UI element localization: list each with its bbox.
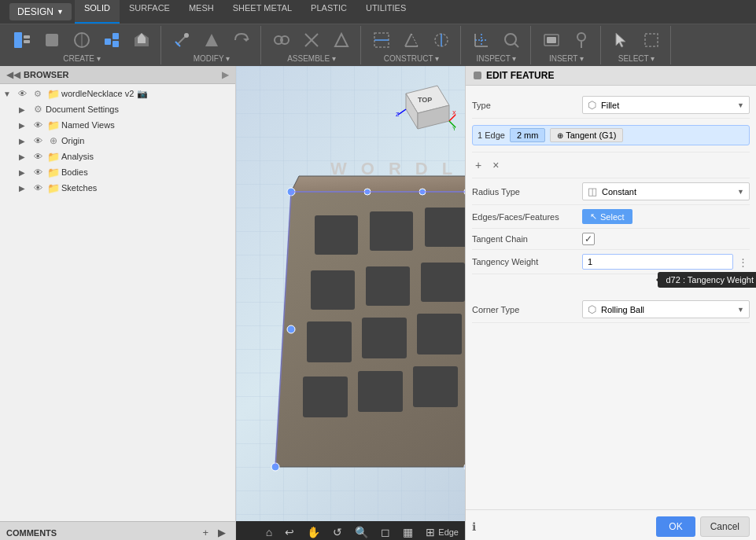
- form-row-radius: Radius Type ◫ Constant ▼: [472, 178, 750, 205]
- edges-label: Edges/Faces/Features: [472, 212, 582, 222]
- tree-arrow-origin: ▶: [19, 137, 30, 145]
- eye-icon-views[interactable]: 👁: [31, 119, 44, 131]
- bottom-tool-home[interactable]: ⌂: [263, 524, 275, 540]
- radius-type-label: Radius Type: [472, 187, 582, 197]
- remove-row-button[interactable]: ×: [489, 157, 502, 173]
- create-btn-3[interactable]: [68, 28, 96, 53]
- bottom-tool-undo[interactable]: ↩: [282, 524, 297, 540]
- create-btn-5[interactable]: [127, 28, 156, 53]
- tree-item-origin[interactable]: ▶ 👁 ⊕ Origin: [0, 133, 235, 149]
- bottom-tools: ⌂ ↩ ✋ ↺ 🔍 ◻ ▦ ⊞: [263, 524, 438, 540]
- comments-add-button[interactable]: +: [199, 525, 212, 540]
- select-btn-2[interactable]: [637, 28, 666, 53]
- tangent-chip[interactable]: ⊕ Tangent (G1): [550, 128, 623, 142]
- tab-mesh[interactable]: MESH: [179, 0, 223, 24]
- tree-arrow-doc: ▶: [19, 105, 30, 114]
- browser-expand-icon[interactable]: ▶: [222, 69, 229, 80]
- toolbar-main: CREATE ▾: [0, 24, 756, 66]
- svg-rect-53: [362, 318, 407, 358]
- edge-chip: 1 Edge: [478, 130, 505, 140]
- ok-button[interactable]: OK: [656, 516, 695, 537]
- eye-icon-sketches[interactable]: 👁: [31, 182, 44, 194]
- svg-rect-2: [24, 40, 30, 43]
- edge-status-label: Edge: [438, 527, 459, 537]
- eye-icon-analysis[interactable]: 👁: [31, 150, 44, 163]
- tree-label-doc-settings: Document Settings: [46, 105, 119, 114]
- tree-item-bodies[interactable]: ▶ 👁 📁 Bodies: [0, 164, 235, 180]
- insert-btn-2[interactable]: [567, 28, 596, 53]
- tab-surface[interactable]: SURFACE: [120, 0, 179, 24]
- tab-plastic[interactable]: PLASTIC: [301, 0, 356, 24]
- panel-header: EDIT FEATURE: [466, 66, 756, 86]
- construct-btn-3[interactable]: [427, 28, 455, 53]
- insert-btn-1[interactable]: [537, 28, 566, 53]
- browser-title: BROWSER: [24, 70, 68, 79]
- construct-icon-1: [371, 29, 393, 51]
- info-button[interactable]: ℹ: [472, 520, 476, 533]
- tab-solid[interactable]: SOLID: [75, 0, 120, 24]
- eye-icon-root[interactable]: 👁: [16, 87, 28, 100]
- eye-icon-origin[interactable]: 👁: [31, 134, 44, 147]
- tree-item-sketches[interactable]: ▶ 👁 📁 Sketches: [0, 180, 235, 196]
- create-btn-1[interactable]: [8, 28, 36, 53]
- toolbar-group-inspect: INSPECT ▾: [463, 26, 531, 64]
- corner-type-select[interactable]: ⬡ Rolling Ball ▼: [582, 300, 750, 318]
- fillet-icon: ⬡: [588, 99, 596, 111]
- tree-item-analysis[interactable]: ▶ 👁 📁 Analysis: [0, 149, 235, 164]
- nav-cube[interactable]: TOP X Y Z: [394, 74, 457, 137]
- nav-cube-svg: TOP X Y Z: [394, 74, 457, 137]
- add-row-button[interactable]: +: [472, 157, 485, 173]
- assemble-btn-2[interactable]: [297, 28, 326, 53]
- tree-item-named-views[interactable]: ▶ 👁 📁 Named Views: [0, 117, 235, 133]
- tangency-weight-options-button[interactable]: ⋮: [736, 255, 750, 270]
- svg-rect-3: [46, 34, 58, 46]
- modify-btn-3[interactable]: [227, 28, 256, 53]
- edge-value[interactable]: 2 mm: [510, 128, 546, 142]
- design-button[interactable]: DESIGN ▼: [9, 3, 72, 20]
- comments-expand-button[interactable]: ▶: [215, 525, 229, 540]
- tree-item-root[interactable]: ▼ 👁 ⚙ 📁 wordleNecklace v2 📷: [0, 86, 235, 101]
- svg-marker-10: [138, 33, 146, 43]
- bottom-tool-view[interactable]: ⊞: [422, 524, 438, 540]
- viewport[interactable]: WORDLE: [236, 66, 465, 540]
- assemble-btn-3[interactable]: [327, 28, 356, 53]
- tangent-chain-checkbox[interactable]: ✓: [582, 233, 595, 245]
- create-btn-2[interactable]: [38, 28, 66, 53]
- bottom-tool-orbit[interactable]: ↺: [330, 524, 345, 540]
- select-btn-1[interactable]: [607, 28, 636, 53]
- svg-point-11: [184, 33, 189, 38]
- settings-icon-root[interactable]: ⚙: [31, 87, 44, 100]
- assemble-btn-1[interactable]: [267, 28, 296, 53]
- bottom-tool-display[interactable]: ◻: [378, 524, 393, 540]
- cancel-button[interactable]: Cancel: [700, 516, 750, 537]
- svg-rect-40: [315, 215, 358, 255]
- construct-btn-1[interactable]: [367, 28, 396, 53]
- tab-sheet-metal[interactable]: SHEET METAL: [223, 0, 301, 24]
- modify-btn-2[interactable]: [197, 28, 226, 53]
- browser-collapse-icon[interactable]: ◀◀: [6, 69, 20, 80]
- construct-group-label: CONSTRUCT ▾: [384, 54, 439, 63]
- construct-btn-2[interactable]: [397, 28, 426, 53]
- tree-label-sketches: Sketches: [61, 183, 97, 193]
- toolbar-group-insert: INSERT ▾: [533, 26, 601, 64]
- tree-item-doc-settings[interactable]: ▶ ⚙ Document Settings: [0, 101, 235, 117]
- bottom-tool-grid[interactable]: ▦: [400, 524, 416, 540]
- bottom-tool-zoom[interactable]: 🔍: [352, 524, 371, 540]
- comments-panel: COMMENTS + ▶: [0, 521, 235, 540]
- tab-utilities[interactable]: UTILITIES: [356, 0, 415, 24]
- radius-type-select[interactable]: ◫ Constant ▼: [582, 182, 750, 200]
- svg-rect-48: [421, 263, 465, 302]
- inspect-btn-1[interactable]: [467, 28, 496, 53]
- type-label: Type: [472, 101, 582, 110]
- modify-btn-1[interactable]: [168, 28, 196, 53]
- bottom-tool-pan[interactable]: ✋: [304, 524, 323, 540]
- svg-rect-60: [413, 366, 458, 407]
- select-edges-button[interactable]: ↖ Select: [582, 209, 632, 224]
- create-btn-4[interactable]: [98, 28, 126, 53]
- model-container: WORDLE: [260, 113, 465, 506]
- tangency-weight-input[interactable]: [582, 254, 733, 270]
- inspect-btn-2[interactable]: [497, 28, 526, 53]
- tangency-weight-tooltip: d72 : Tangency Weight: [658, 272, 756, 288]
- eye-icon-bodies[interactable]: 👁: [31, 166, 44, 178]
- type-select[interactable]: ⬡ Fillet ▼: [582, 96, 750, 114]
